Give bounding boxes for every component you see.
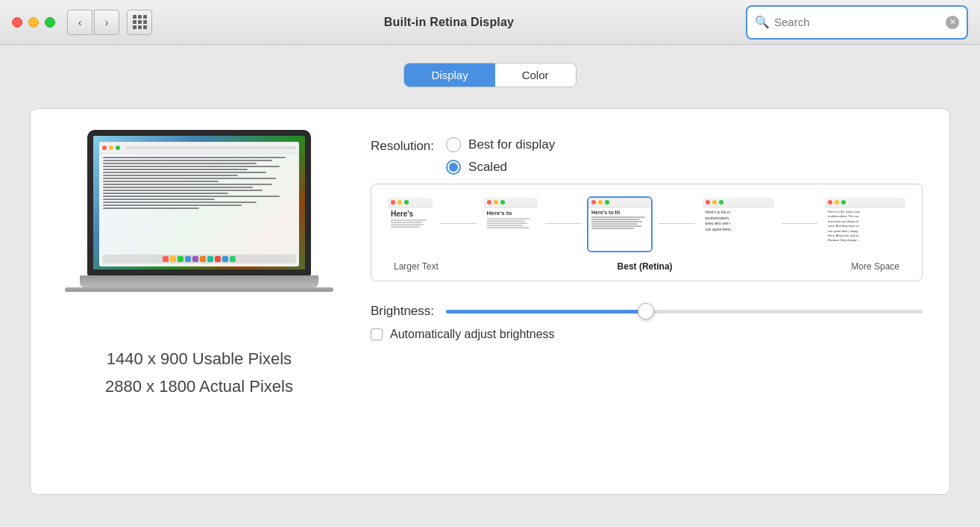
laptop-dock [102,255,296,264]
screen-content [99,142,299,266]
dock-icon [170,256,176,262]
scale-option-mid2[interactable]: Here's to the crtroublemakers,ones who s… [701,196,776,257]
back-button[interactable]: ‹ [67,10,92,35]
dock-icon [178,256,183,262]
dock-icon [230,256,236,262]
slider-fill [446,310,646,314]
dock-icon [222,256,228,262]
preview-titlebar [825,198,905,208]
preview-body: Here's to th [588,208,651,251]
auto-brightness-row: Automatically adjust brightness [371,328,923,341]
dock-icon [185,256,191,262]
laptop-base [80,275,318,287]
scale-preview-more-space: Here's to the crazy ones.troublemakers. … [823,196,907,252]
tab-display[interactable]: Display [404,63,494,87]
usable-pixels: 1440 x 900 Usable Pixels [105,345,293,372]
preview-body: Here's to [484,208,538,251]
brightness-slider[interactable] [446,310,923,314]
dock-icon [207,256,213,262]
larger-text-label: Larger Text [394,261,439,272]
dock-icon [200,256,206,262]
search-bar: 🔍 ✕ [746,5,968,40]
scale-option-mid1[interactable]: Here's to [483,196,539,257]
search-icon: 🔍 [755,15,770,29]
dock-icon [192,256,198,262]
grid-view-button[interactable] [127,10,152,35]
dock-icon [163,256,169,262]
scale-option-more-space[interactable]: Here's to the crazy ones.troublemakers. … [823,196,907,257]
tab-container: Display Color [403,63,576,87]
radio-scaled-label: Scaled [468,160,507,175]
scale-preview-best-retina: Here's to th [587,196,653,252]
pixel-info: 1440 x 900 Usable Pixels 2880 x 1800 Act… [105,345,293,401]
preview-body: Here's to the crtroublemakers,ones who s… [703,208,774,251]
minimize-button[interactable] [28,17,39,28]
scale-line-2 [545,223,582,224]
grid-icon [133,15,147,29]
close-button[interactable] [12,17,22,28]
doc-titlebar [99,142,299,154]
tab-color[interactable]: Color [495,63,576,87]
brightness-label: Brightness: [371,304,434,319]
preview-titlebar [388,198,433,208]
scale-preview-mid1: Here's to [483,196,539,252]
screen-background [93,136,305,269]
radio-scaled-inner [449,163,458,172]
scale-option-best-retina[interactable]: Here's to th [587,196,653,257]
right-panel: Resolution: Best for display Scaled [371,130,923,473]
scale-preview-mid2: Here's to the crtroublemakers,ones who s… [701,196,776,252]
auto-brightness-checkbox[interactable] [371,328,383,340]
main-panel: 1440 x 900 Usable Pixels 2880 x 1800 Act… [30,108,950,495]
scaled-labels-row: Larger Text Best (Retina) More Space [386,261,907,272]
brightness-section: Brightness: Automatically adjust brightn… [371,304,923,341]
traffic-lights [12,17,55,28]
radio-best-for-display[interactable]: Best for display [446,137,555,152]
preview-body: Here's [388,208,433,251]
laptop-screen [87,130,311,275]
laptop-foot [65,287,333,292]
search-clear-button[interactable]: ✕ [946,16,959,29]
best-retina-label: Best (Retina) [618,261,673,272]
scale-preview-larger-text: Here's [386,196,434,252]
scale-line-4 [782,223,818,224]
titlebar: ‹ › Built-in Retina Display 🔍 ✕ [0,0,980,45]
scaled-options: Here's [386,196,907,257]
doc-max-dot [116,146,120,150]
more-space-label: More Space [851,261,899,272]
auto-brightness-label: Automatically adjust brightness [390,328,555,341]
nav-buttons: ‹ › [67,10,119,35]
content: Display Color [0,45,980,527]
scale-line-1 [440,223,477,224]
forward-button[interactable]: › [94,10,119,35]
window-title: Built-in Retina Display [152,16,746,29]
left-panel: 1440 x 900 Usable Pixels 2880 x 1800 Act… [57,130,341,473]
doc-body [99,154,299,213]
resolution-section: Resolution: Best for display Scaled [371,137,923,175]
radio-scaled[interactable]: Scaled [446,160,555,175]
radio-scaled-circle [446,160,461,175]
doc-close-dot [102,146,107,150]
resolution-label: Resolution: [371,137,434,154]
preview-titlebar [484,198,538,208]
doc-url-bar [125,146,296,149]
doc-min-dot [109,146,113,150]
maximize-button[interactable] [45,17,55,28]
tab-bar: Display Color [30,63,950,87]
radio-best-circle [446,137,461,152]
preview-titlebar [588,198,651,208]
brightness-row: Brightness: [371,304,923,319]
dock-icon [215,256,221,262]
scale-line-3 [659,223,695,224]
radio-best-label: Best for display [468,137,555,152]
resolution-options: Best for display Scaled [446,137,555,175]
preview-body: Here's to the crazy ones.troublemakers. … [825,208,905,251]
scaled-panel: Here's [371,184,923,281]
actual-pixels: 2880 x 1800 Actual Pixels [105,372,293,400]
scale-option-larger-text[interactable]: Here's [386,196,434,257]
search-input[interactable] [774,16,941,28]
slider-thumb[interactable] [638,303,654,319]
laptop-illustration [65,130,333,324]
preview-titlebar [703,198,774,208]
